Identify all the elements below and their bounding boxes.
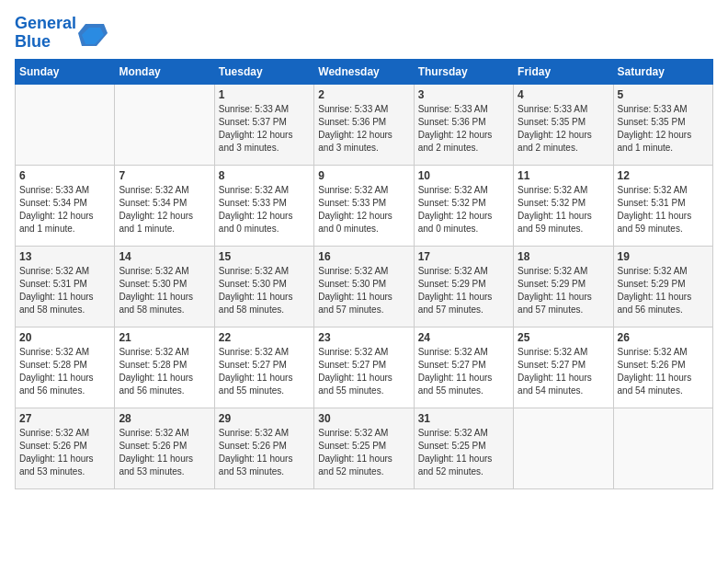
day-number: 6	[19, 169, 110, 182]
calendar-cell: 30Sunrise: 5:32 AM Sunset: 5:25 PM Dayli…	[314, 408, 414, 488]
calendar-cell: 18Sunrise: 5:32 AM Sunset: 5:29 PM Dayli…	[514, 246, 613, 327]
day-info: Sunrise: 5:32 AM Sunset: 5:29 PM Dayligh…	[618, 265, 709, 316]
calendar-cell: 15Sunrise: 5:32 AM Sunset: 5:30 PM Dayli…	[214, 246, 313, 327]
day-number: 22	[219, 331, 310, 344]
day-info: Sunrise: 5:32 AM Sunset: 5:33 PM Dayligh…	[318, 184, 409, 236]
calendar-cell: 23Sunrise: 5:32 AM Sunset: 5:27 PM Dayli…	[314, 327, 414, 408]
day-info: Sunrise: 5:32 AM Sunset: 5:31 PM Dayligh…	[19, 265, 110, 316]
logo-blue: Blue	[15, 32, 51, 51]
weekday-header-friday: Friday	[514, 59, 613, 84]
calendar-cell: 3Sunrise: 5:33 AM Sunset: 5:36 PM Daylig…	[414, 84, 513, 165]
day-number: 7	[119, 169, 210, 182]
day-info: Sunrise: 5:32 AM Sunset: 5:25 PM Dayligh…	[318, 427, 409, 478]
calendar-cell: 22Sunrise: 5:32 AM Sunset: 5:27 PM Dayli…	[214, 327, 313, 408]
calendar-table: SundayMondayTuesdayWednesdayThursdayFrid…	[15, 59, 713, 489]
calendar-cell: 4Sunrise: 5:33 AM Sunset: 5:35 PM Daylig…	[514, 84, 613, 165]
day-info: Sunrise: 5:33 AM Sunset: 5:35 PM Dayligh…	[518, 103, 609, 155]
calendar-cell: 25Sunrise: 5:32 AM Sunset: 5:27 PM Dayli…	[514, 327, 613, 408]
calendar-cell: 1Sunrise: 5:33 AM Sunset: 5:37 PM Daylig…	[214, 84, 313, 165]
day-info: Sunrise: 5:33 AM Sunset: 5:34 PM Dayligh…	[19, 184, 110, 236]
day-info: Sunrise: 5:32 AM Sunset: 5:26 PM Dayligh…	[618, 346, 709, 397]
day-number: 12	[618, 169, 709, 182]
day-info: Sunrise: 5:32 AM Sunset: 5:33 PM Dayligh…	[219, 184, 310, 236]
day-info: Sunrise: 5:32 AM Sunset: 5:34 PM Dayligh…	[119, 184, 210, 236]
day-info: Sunrise: 5:32 AM Sunset: 5:27 PM Dayligh…	[518, 346, 609, 397]
day-number: 25	[518, 331, 609, 344]
calendar-cell: 26Sunrise: 5:32 AM Sunset: 5:26 PM Dayli…	[613, 327, 712, 408]
day-number: 14	[119, 250, 210, 263]
day-info: Sunrise: 5:32 AM Sunset: 5:25 PM Dayligh…	[418, 427, 509, 478]
day-info: Sunrise: 5:32 AM Sunset: 5:29 PM Dayligh…	[518, 265, 609, 316]
day-number: 23	[318, 331, 409, 344]
day-number: 28	[119, 412, 210, 425]
calendar-cell: 16Sunrise: 5:32 AM Sunset: 5:30 PM Dayli…	[314, 246, 414, 327]
calendar-cell: 9Sunrise: 5:32 AM Sunset: 5:33 PM Daylig…	[314, 165, 414, 246]
logo-general: General	[15, 14, 76, 32]
day-number: 10	[418, 169, 509, 182]
calendar-cell: 27Sunrise: 5:32 AM Sunset: 5:26 PM Dayli…	[16, 408, 115, 488]
calendar-week-row: 6Sunrise: 5:33 AM Sunset: 5:34 PM Daylig…	[16, 165, 713, 246]
day-info: Sunrise: 5:32 AM Sunset: 5:28 PM Dayligh…	[119, 346, 210, 397]
day-number: 15	[219, 250, 310, 263]
day-number: 5	[618, 88, 709, 101]
calendar-cell: 8Sunrise: 5:32 AM Sunset: 5:33 PM Daylig…	[214, 165, 313, 246]
day-number: 11	[518, 169, 609, 182]
day-info: Sunrise: 5:32 AM Sunset: 5:30 PM Dayligh…	[219, 265, 310, 316]
day-info: Sunrise: 5:32 AM Sunset: 5:32 PM Dayligh…	[418, 184, 509, 236]
day-info: Sunrise: 5:33 AM Sunset: 5:35 PM Dayligh…	[618, 103, 709, 155]
day-number: 18	[518, 250, 609, 263]
calendar-cell: 10Sunrise: 5:32 AM Sunset: 5:32 PM Dayli…	[414, 165, 513, 246]
day-info: Sunrise: 5:32 AM Sunset: 5:27 PM Dayligh…	[418, 346, 509, 397]
calendar-cell	[613, 408, 712, 488]
calendar-cell: 5Sunrise: 5:33 AM Sunset: 5:35 PM Daylig…	[613, 84, 712, 165]
calendar-week-row: 20Sunrise: 5:32 AM Sunset: 5:28 PM Dayli…	[16, 327, 713, 408]
weekday-header-thursday: Thursday	[414, 59, 513, 84]
day-info: Sunrise: 5:32 AM Sunset: 5:26 PM Dayligh…	[219, 427, 310, 478]
day-number: 21	[119, 331, 210, 344]
calendar-week-row: 27Sunrise: 5:32 AM Sunset: 5:26 PM Dayli…	[16, 408, 713, 488]
calendar-cell: 7Sunrise: 5:32 AM Sunset: 5:34 PM Daylig…	[115, 165, 214, 246]
page-header: General Blue	[15, 15, 713, 52]
day-info: Sunrise: 5:32 AM Sunset: 5:32 PM Dayligh…	[518, 184, 609, 236]
calendar-cell: 13Sunrise: 5:32 AM Sunset: 5:31 PM Dayli…	[16, 246, 115, 327]
day-number: 2	[318, 88, 409, 101]
calendar-cell	[514, 408, 613, 488]
day-info: Sunrise: 5:32 AM Sunset: 5:28 PM Dayligh…	[19, 346, 110, 397]
day-info: Sunrise: 5:32 AM Sunset: 5:30 PM Dayligh…	[318, 265, 409, 316]
calendar-week-row: 13Sunrise: 5:32 AM Sunset: 5:31 PM Dayli…	[16, 246, 713, 327]
weekday-header-row: SundayMondayTuesdayWednesdayThursdayFrid…	[16, 59, 713, 84]
calendar-cell: 24Sunrise: 5:32 AM Sunset: 5:27 PM Dayli…	[414, 327, 513, 408]
calendar-cell: 11Sunrise: 5:32 AM Sunset: 5:32 PM Dayli…	[514, 165, 613, 246]
day-number: 31	[418, 412, 509, 425]
day-info: Sunrise: 5:33 AM Sunset: 5:36 PM Dayligh…	[418, 103, 509, 155]
day-number: 3	[418, 88, 509, 101]
day-number: 16	[318, 250, 409, 263]
weekday-header-tuesday: Tuesday	[214, 59, 313, 84]
day-number: 29	[219, 412, 310, 425]
day-number: 4	[518, 88, 609, 101]
day-info: Sunrise: 5:32 AM Sunset: 5:27 PM Dayligh…	[219, 346, 310, 397]
weekday-header-saturday: Saturday	[613, 59, 712, 84]
day-info: Sunrise: 5:32 AM Sunset: 5:26 PM Dayligh…	[19, 427, 110, 478]
logo-icon	[78, 20, 108, 46]
calendar-cell: 28Sunrise: 5:32 AM Sunset: 5:26 PM Dayli…	[115, 408, 214, 488]
weekday-header-wednesday: Wednesday	[314, 59, 414, 84]
day-number: 27	[19, 412, 110, 425]
day-number: 8	[219, 169, 310, 182]
day-info: Sunrise: 5:32 AM Sunset: 5:27 PM Dayligh…	[318, 346, 409, 397]
calendar-cell: 17Sunrise: 5:32 AM Sunset: 5:29 PM Dayli…	[414, 246, 513, 327]
logo: General Blue	[15, 15, 108, 52]
day-number: 19	[618, 250, 709, 263]
day-info: Sunrise: 5:33 AM Sunset: 5:37 PM Dayligh…	[219, 103, 310, 155]
calendar-cell: 29Sunrise: 5:32 AM Sunset: 5:26 PM Dayli…	[214, 408, 313, 488]
calendar-cell: 6Sunrise: 5:33 AM Sunset: 5:34 PM Daylig…	[16, 165, 115, 246]
day-info: Sunrise: 5:33 AM Sunset: 5:36 PM Dayligh…	[318, 103, 409, 155]
day-number: 9	[318, 169, 409, 182]
calendar-cell: 12Sunrise: 5:32 AM Sunset: 5:31 PM Dayli…	[613, 165, 712, 246]
day-number: 13	[19, 250, 110, 263]
calendar-week-row: 1Sunrise: 5:33 AM Sunset: 5:37 PM Daylig…	[16, 84, 713, 165]
calendar-cell: 20Sunrise: 5:32 AM Sunset: 5:28 PM Dayli…	[16, 327, 115, 408]
weekday-header-monday: Monday	[115, 59, 214, 84]
calendar-cell: 31Sunrise: 5:32 AM Sunset: 5:25 PM Dayli…	[414, 408, 513, 488]
calendar-cell: 21Sunrise: 5:32 AM Sunset: 5:28 PM Dayli…	[115, 327, 214, 408]
